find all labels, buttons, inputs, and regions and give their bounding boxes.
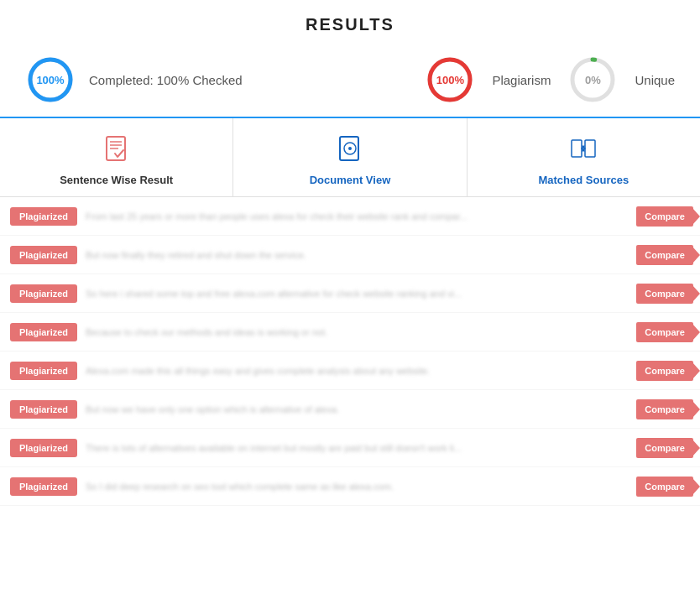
table-row: Plagiarized But now we have only one opt… [0, 390, 700, 429]
compare-btn-wrap: Compare [635, 245, 693, 265]
tab-document-view[interactable]: Document View [233, 118, 467, 196]
svg-rect-13 [572, 140, 582, 157]
svg-rect-14 [585, 140, 595, 157]
compare-button[interactable]: Compare [636, 361, 693, 381]
tab-sentence-wise-label: Sentence Wise Result [60, 174, 173, 186]
svg-point-12 [348, 147, 352, 150]
plagiarism-label: Plagiarism [492, 73, 551, 87]
results-list: Plagiarized From last 25 years or more t… [0, 197, 700, 506]
table-row: Plagiarized So I did deep research on se… [0, 467, 700, 506]
unique-percent: 0% [585, 74, 601, 86]
compare-button[interactable]: Compare [636, 438, 693, 458]
table-row: Plagiarized Alexa.com made this all thin… [0, 352, 700, 390]
compare-btn-wrap: Compare [635, 361, 693, 381]
plagiarized-badge: Plagiarized [10, 400, 77, 419]
completed-label: Completed: 100% Checked [89, 73, 243, 87]
table-row: Plagiarized Because to check our methods… [0, 313, 700, 352]
compare-button[interactable]: Compare [636, 399, 693, 419]
unique-label: Unique [635, 73, 675, 87]
page-title: RESULTS [0, 0, 700, 46]
tabs-row: Sentence Wise Result Document View Match… [0, 118, 700, 197]
table-row: Plagiarized But now finally they retired… [0, 236, 700, 274]
compare-btn-wrap: Compare [635, 284, 693, 304]
row-text: There is lots of alternatives available … [77, 443, 635, 453]
row-text: So I did deep research on seo tool which… [77, 482, 635, 492]
table-row: Plagiarized So here i shared some top an… [0, 274, 700, 313]
sentence-wise-icon [102, 133, 132, 167]
compare-btn-wrap: Compare [635, 438, 693, 458]
completed-circle: 100% [25, 55, 76, 105]
stats-row: 100% Completed: 100% Checked 100% Plagia… [0, 46, 700, 117]
plagiarized-badge: Plagiarized [10, 477, 77, 496]
row-text: But now we have only one option which is… [77, 404, 635, 414]
plagiarized-badge: Plagiarized [10, 439, 77, 457]
stats-right: 100% Plagiarism 0% Unique [425, 55, 675, 105]
tab-matched-sources[interactable]: Matched Sources [468, 118, 700, 196]
plagiarized-badge: Plagiarized [10, 284, 77, 303]
compare-btn-wrap: Compare [635, 399, 693, 419]
row-text: Alexa.com made this all things easy and … [77, 366, 635, 376]
plagiarized-badge: Plagiarized [10, 246, 77, 264]
compare-btn-wrap: Compare [635, 477, 693, 497]
table-row: Plagiarized There is lots of alternative… [0, 429, 700, 467]
plagiarized-badge: Plagiarized [10, 362, 77, 380]
compare-btn-wrap: Compare [635, 322, 693, 342]
row-text: From last 25 years or more than people u… [77, 211, 635, 221]
completed-percent: 100% [36, 74, 64, 86]
plagiarism-circle: 100% [425, 55, 475, 105]
tab-matched-sources-label: Matched Sources [538, 174, 629, 186]
row-text: But now finally they retired and shut do… [77, 250, 635, 260]
plagiarized-badge: Plagiarized [10, 323, 77, 341]
matched-sources-icon [568, 133, 598, 167]
row-text: So here i shared some top and free alexa… [77, 289, 635, 299]
compare-button[interactable]: Compare [636, 206, 693, 227]
compare-btn-wrap: Compare [635, 206, 693, 227]
tab-document-view-label: Document View [310, 174, 391, 186]
compare-button[interactable]: Compare [636, 477, 693, 497]
row-text: Because to check our methods and ideas i… [77, 327, 635, 337]
unique-circle: 0% [567, 55, 618, 105]
table-row: Plagiarized From last 25 years or more t… [0, 197, 700, 236]
plagiarism-percent: 100% [436, 74, 464, 86]
stats-left: 100% Completed: 100% Checked [25, 55, 243, 105]
tab-sentence-wise[interactable]: Sentence Wise Result [0, 118, 233, 196]
document-view-icon [335, 133, 365, 167]
compare-button[interactable]: Compare [636, 245, 693, 265]
plagiarized-badge: Plagiarized [10, 207, 77, 226]
compare-button[interactable]: Compare [636, 284, 693, 304]
compare-button[interactable]: Compare [636, 322, 693, 342]
